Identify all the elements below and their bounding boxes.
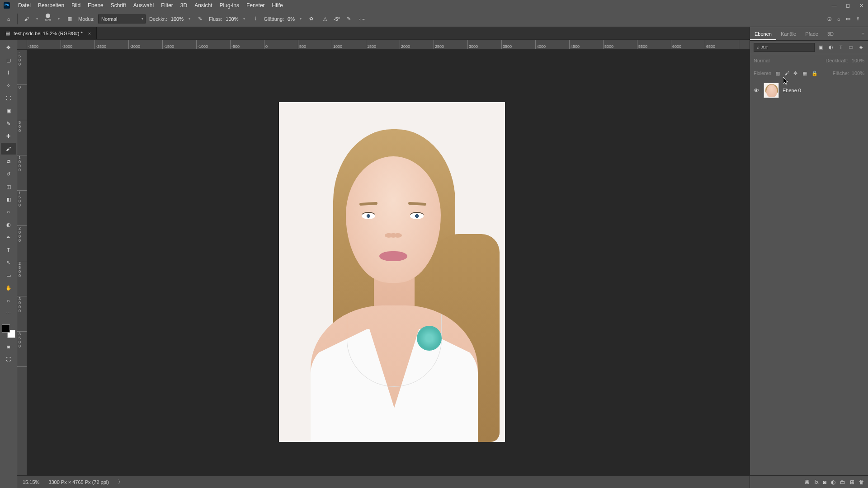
group-icon[interactable]: 🗀: [840, 479, 845, 485]
flow-value[interactable]: 100%: [226, 16, 238, 22]
tab-ebenen[interactable]: Ebenen: [750, 27, 776, 40]
menu-ebene[interactable]: Ebene: [84, 0, 107, 11]
lock-paint-icon[interactable]: 🖌: [784, 70, 791, 76]
marquee-tool[interactable]: ▢: [1, 54, 16, 66]
tab-pfade[interactable]: Pfade: [801, 27, 823, 40]
tool-preset-dropdown[interactable]: ▾: [35, 17, 39, 21]
opacity-dropdown[interactable]: ▾: [187, 17, 192, 21]
eraser-tool[interactable]: ◫: [1, 181, 16, 192]
filter-adjust-icon[interactable]: ◐: [827, 44, 835, 51]
layer-mask-icon[interactable]: ◙: [823, 479, 826, 485]
adjustment-layer-icon[interactable]: ◐: [831, 479, 835, 485]
move-tool[interactable]: ✥: [1, 42, 16, 53]
mode-select[interactable]: Normal: [98, 14, 146, 23]
menu-3d[interactable]: 3D: [177, 0, 191, 11]
lock-pos-icon[interactable]: ✥: [793, 70, 800, 76]
smoothing-options-icon[interactable]: ✿: [307, 14, 316, 24]
menu-bild[interactable]: Bild: [68, 0, 84, 11]
menu-filter[interactable]: Filter: [157, 0, 177, 11]
lasso-tool[interactable]: ⌇: [1, 67, 16, 79]
layer-style-icon[interactable]: fx: [814, 479, 818, 485]
airbrush-icon[interactable]: ⌇: [250, 14, 260, 24]
tab-kanaele[interactable]: Kanäle: [776, 27, 801, 40]
canvas-image[interactable]: [279, 102, 505, 442]
menu-plugins[interactable]: Plug-ins: [216, 0, 243, 11]
menu-datei[interactable]: Datei: [14, 0, 34, 11]
flow-dropdown[interactable]: ▾: [242, 17, 246, 21]
brush-tool[interactable]: 🖌: [1, 143, 16, 155]
filter-shape-icon[interactable]: ▭: [847, 44, 854, 51]
workspace-icon[interactable]: ▭: [846, 16, 850, 22]
smoothing-dropdown[interactable]: ▾: [298, 17, 303, 21]
layer-name-label[interactable]: Ebene 0: [783, 88, 801, 93]
pen-tool[interactable]: ✒: [1, 231, 16, 243]
filter-smart-icon[interactable]: ◈: [857, 44, 864, 51]
visibility-icon[interactable]: 👁: [754, 87, 760, 94]
edit-toolbar[interactable]: ⋯: [1, 307, 16, 319]
layer-opacity-value[interactable]: 100%: [852, 58, 864, 63]
close-button[interactable]: ✕: [854, 0, 868, 11]
home-icon[interactable]: ⌂: [4, 14, 14, 24]
layer-row[interactable]: 👁 Ebene 0: [750, 81, 868, 99]
menu-schrift[interactable]: Schrift: [107, 0, 130, 11]
angle-icon[interactable]: △: [320, 14, 330, 24]
dodge-tool[interactable]: ◐: [1, 219, 16, 230]
clone-tool[interactable]: ⧉: [1, 155, 16, 167]
close-tab-icon[interactable]: ×: [88, 31, 91, 36]
menu-hilfe[interactable]: Hilfe: [269, 0, 287, 11]
link-layers-icon[interactable]: ⌘: [804, 479, 810, 485]
color-swatches[interactable]: [2, 324, 15, 338]
minimize-button[interactable]: —: [827, 0, 841, 11]
tab-3d[interactable]: 3D: [823, 27, 838, 40]
new-layer-icon[interactable]: ⊞: [850, 479, 854, 485]
menu-auswahl[interactable]: Auswahl: [130, 0, 157, 11]
pressure-opacity-icon[interactable]: ✎: [195, 14, 205, 24]
panel-menu-icon[interactable]: ≡: [858, 27, 868, 40]
tool-preset-icon[interactable]: 🖌: [21, 14, 31, 24]
document-info[interactable]: 3300 Px × 4765 Px (72 ppi): [48, 479, 109, 485]
type-tool[interactable]: T: [1, 244, 16, 256]
opacity-value[interactable]: 100%: [171, 16, 184, 22]
ruler-origin[interactable]: [17, 40, 27, 50]
pressure-size-icon[interactable]: ✎: [344, 14, 354, 24]
zoom-level[interactable]: 15.15%: [23, 479, 39, 485]
search-icon[interactable]: ⌕: [837, 16, 840, 22]
blend-mode-select[interactable]: Normal: [754, 58, 822, 63]
frame-tool[interactable]: ▣: [1, 105, 16, 117]
info-arrow-icon[interactable]: 〉: [118, 479, 123, 485]
menu-ansicht[interactable]: Ansicht: [191, 0, 216, 11]
document-tab[interactable]: ▤ test.psdc bei 15,2% (RGB/8#) * ×: [0, 27, 97, 39]
share-icon[interactable]: ⇪: [856, 16, 860, 22]
shape-tool[interactable]: ▭: [1, 269, 16, 281]
hand-tool[interactable]: ✋: [1, 282, 16, 294]
screenmode-tool[interactable]: ⛶: [1, 353, 16, 365]
lock-trans-icon[interactable]: ▨: [775, 70, 782, 76]
brush-dropdown[interactable]: ▾: [57, 17, 61, 21]
smoothing-value[interactable]: 0%: [288, 16, 295, 22]
lock-nest-icon[interactable]: ▦: [802, 70, 809, 76]
filter-type-icon[interactable]: T: [837, 44, 844, 51]
fill-value[interactable]: 100%: [852, 70, 864, 76]
ruler-horizontal[interactable]: -3500 -3000 -2500 -2000 -1500 -1000 -500…: [27, 40, 750, 50]
lock-all-icon[interactable]: 🔒: [811, 70, 818, 76]
cloud-docs-icon[interactable]: ◶: [827, 16, 832, 22]
delete-layer-icon[interactable]: 🗑: [859, 479, 864, 485]
eyedropper-tool[interactable]: ✎: [1, 117, 16, 129]
maximize-button[interactable]: ◻: [841, 0, 854, 11]
quickmask-tool[interactable]: ◙: [1, 341, 16, 352]
crop-tool[interactable]: ⛶: [1, 92, 16, 104]
gradient-tool[interactable]: ◧: [1, 193, 16, 205]
filter-pixel-icon[interactable]: ▣: [817, 44, 825, 51]
brush-panel-icon[interactable]: ▦: [65, 14, 75, 24]
angle-value[interactable]: -5°: [334, 16, 340, 22]
healing-tool[interactable]: ✚: [1, 130, 16, 142]
history-brush-tool[interactable]: ↺: [1, 168, 16, 180]
layer-filter-select[interactable]: ⌕ Art: [754, 43, 815, 52]
foreground-color[interactable]: [2, 324, 10, 333]
symmetry-icon[interactable]: ⫞⫟: [357, 14, 367, 24]
zoom-tool[interactable]: ⌕: [1, 295, 16, 306]
ruler-vertical[interactable]: -500 0 500 1000 1500 2000 2500 3000 3500: [17, 50, 27, 475]
blur-tool[interactable]: ○: [1, 206, 16, 218]
path-tool[interactable]: ↖: [1, 257, 16, 268]
layer-thumbnail[interactable]: [764, 83, 779, 98]
